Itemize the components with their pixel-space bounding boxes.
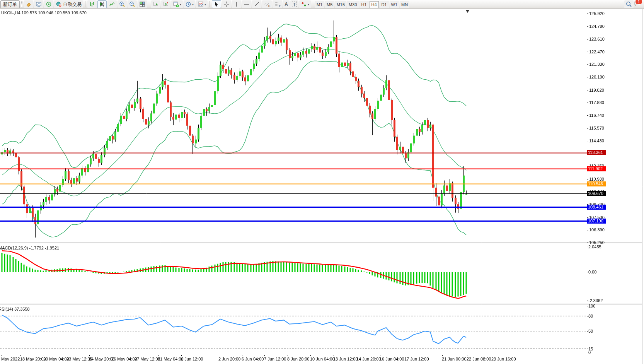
tile-windows-button[interactable]: [138, 0, 147, 8]
time-axis-label: 13 Jun 12:00: [333, 357, 358, 361]
equidistant-channel-tool-button[interactable]: E: [262, 0, 272, 8]
text-tool-button[interactable]: A: [283, 0, 290, 8]
time-axis-label: 14 Jun 20:00: [356, 357, 381, 361]
zoom-out-button[interactable]: [128, 0, 137, 8]
price-level-badge: 113.361: [587, 150, 606, 155]
styles-button[interactable]: [24, 0, 33, 8]
timeframe-h1-button[interactable]: H1: [359, 1, 369, 8]
candlestick-chart-button[interactable]: [97, 0, 107, 8]
auto-scroll-icon: [153, 1, 159, 7]
chart-canvas[interactable]: [0, 9, 644, 364]
horizontal-line-tool-button[interactable]: [242, 0, 251, 8]
toolbar-separator: [149, 1, 149, 7]
chart-shift-button[interactable]: [161, 0, 170, 8]
time-axis-label: 10 Jun 04:00: [310, 357, 335, 361]
timeframe-m30-button[interactable]: M30: [347, 1, 358, 8]
zoom-in-button[interactable]: [118, 0, 127, 8]
crosshair-tool-button[interactable]: [222, 0, 231, 8]
rsi-axis-tick: 0: [588, 350, 591, 355]
tile-windows-icon: [139, 1, 145, 7]
chevron-down-icon: ▾: [192, 3, 194, 6]
time-axis-label: 18 May 20:00: [20, 357, 46, 361]
price-axis-tick: 119.020: [589, 88, 604, 92]
price-level-badge: 107.190: [587, 219, 606, 224]
macd-axis-tick: 2.0455: [588, 244, 601, 249]
timeframe-h4-button[interactable]: H4: [370, 1, 379, 8]
macd-axis-tick: -2.3362: [588, 298, 603, 303]
price-axis-tick: 124.780: [589, 24, 605, 29]
time-axis-label: 21 Jun 00:00: [442, 357, 467, 361]
time-axis-label: 24 May 20:00: [89, 357, 115, 361]
new-order-button[interactable]: 新订单: [0, 0, 20, 8]
timeframe-mn-button[interactable]: MN: [400, 1, 409, 8]
crosshair-icon: [223, 1, 230, 7]
price-axis-tick: 117.880: [589, 100, 604, 105]
price-axis-tick: 125.920: [589, 11, 605, 16]
rsi-indicator-label: RSI(14) 37.3558: [0, 307, 30, 311]
line-chart-button[interactable]: [107, 0, 117, 8]
cursor-tool-button[interactable]: [212, 0, 221, 8]
time-axis-label: 17 Jun 12:00: [404, 357, 429, 361]
autotrading-button[interactable]: 自动交易: [54, 0, 83, 8]
symbol-ohlc-label: UKOil-,H4 109.575 109.946 109.559 109.67…: [1, 10, 87, 15]
rsi-axis-tick: 100: [588, 304, 595, 308]
indicators-button[interactable]: ▾: [196, 0, 208, 8]
toolbar-separator: [313, 1, 313, 7]
chart-area[interactable]: UKOil-,H4 109.575 109.946 109.559 109.67…: [0, 9, 644, 364]
text-label-tool-button[interactable]: T: [290, 0, 298, 8]
auto-scroll-button[interactable]: [151, 0, 160, 8]
rsi-axis-tick: 50: [588, 329, 593, 333]
macd-axis-tick: 0.00: [588, 270, 596, 274]
timeframe-m15-button[interactable]: M15: [335, 1, 346, 8]
time-axis-label: 16 Jun 04:00: [380, 357, 404, 361]
new-chart-button[interactable]: ▾: [171, 0, 183, 8]
market-watch-button[interactable]: [34, 0, 43, 8]
cursor-icon: [213, 1, 220, 7]
signal-icon: [46, 1, 52, 7]
macd-indicator-label: MACD(12,26,9) -1.7792 -1.9521: [0, 246, 59, 250]
vertical-line-tool-button[interactable]: [232, 0, 241, 8]
text-label-icon: T: [292, 2, 297, 7]
time-axis-label: 1 Jun 12:00: [181, 357, 203, 361]
price-level-badge: 108.461: [587, 205, 606, 210]
toolbar-separator: [85, 1, 85, 7]
arrows-icon: [301, 1, 307, 7]
price-level-badge: 109.670: [587, 191, 606, 196]
price-axis-tick: 116.740: [589, 113, 604, 118]
price-level-badge: 111.902: [587, 166, 606, 171]
time-axis-label: 31 May 04:00: [158, 357, 184, 361]
channel-letter: E: [268, 4, 270, 8]
timeframe-m5-button[interactable]: M5: [325, 1, 334, 8]
time-axis-label: 2 Jun 20:00: [218, 357, 241, 361]
candlestick-chart-icon: [99, 1, 105, 7]
periods-button[interactable]: ▾: [184, 0, 195, 8]
price-axis-tick: 115.570: [589, 126, 604, 130]
bar-chart-icon: [89, 1, 95, 7]
timeframe-w1-button[interactable]: W1: [390, 1, 399, 8]
chat-button[interactable]: 1: [634, 0, 640, 8]
autotrading-label: 自动交易: [63, 1, 82, 8]
timeframe-group: M1M5M15M30H1H4D1W1MN: [315, 1, 410, 8]
new-order-label: 新订单: [3, 1, 17, 8]
timeframe-d1-button[interactable]: D1: [380, 1, 389, 8]
price-axis-tick: 122.470: [589, 50, 605, 54]
autotrading-icon: [56, 1, 62, 7]
price-axis-tick: 110.980: [589, 177, 604, 181]
price-axis-tick: 114.430: [589, 138, 604, 143]
trendline-tool-button[interactable]: [252, 0, 261, 8]
time-axis-label: 23 May 12:00: [66, 357, 92, 361]
timeframe-m1-button[interactable]: M1: [315, 1, 324, 8]
chart-shift-icon: [163, 1, 169, 7]
eraser-icon: [26, 1, 32, 7]
indicators-icon: [198, 1, 204, 7]
time-axis-label: 8 Jun 20:00: [287, 357, 310, 361]
signals-button[interactable]: [44, 0, 53, 8]
bar-chart-button[interactable]: [87, 0, 97, 8]
monitor-icon: [36, 1, 42, 7]
time-axis-label: 20 May 04:00: [43, 357, 69, 361]
search-button[interactable]: [624, 0, 634, 8]
time-axis-label: 22 Jun 08:00: [467, 357, 491, 361]
fibonacci-tool-button[interactable]: F: [273, 0, 282, 8]
price-axis-tick: 106.390: [589, 227, 605, 232]
arrows-tool-button[interactable]: ▾: [299, 0, 311, 8]
